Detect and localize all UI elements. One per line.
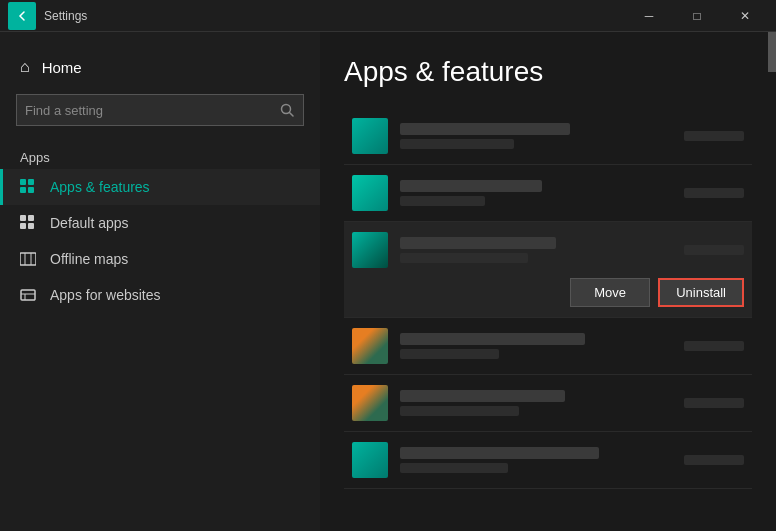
app-name [400,237,556,249]
sidebar-item-default-apps[interactable]: Default apps [0,205,320,241]
table-row[interactable] [344,165,752,222]
app-icon [352,328,388,364]
table-row[interactable] [344,318,752,375]
sidebar-item-home[interactable]: ⌂ Home [0,48,320,86]
default-apps-icon [20,215,36,231]
app-icon [352,175,388,211]
app-icon [352,232,388,268]
sidebar-item-default-apps-label: Default apps [50,215,129,231]
svg-rect-5 [28,187,34,193]
app-item-main [352,175,744,211]
sidebar-item-apps-features[interactable]: Apps & features [0,169,320,205]
offline-maps-icon [20,251,36,267]
svg-rect-4 [20,187,26,193]
back-button[interactable] [8,2,36,30]
app-detail [400,406,519,416]
app-icon [352,118,388,154]
sidebar-item-apps-websites-label: Apps for websites [50,287,161,303]
close-button[interactable]: ✕ [722,0,768,32]
app-list: Move Uninstall [344,108,752,489]
window-controls: ─ □ ✕ [626,0,768,32]
app-icon [352,385,388,421]
app-detail [400,463,508,473]
search-button[interactable] [271,94,303,126]
table-row[interactable] [344,375,752,432]
window-title: Settings [44,9,626,23]
apps-websites-icon [20,287,36,303]
app-item-main [352,232,744,268]
apps-features-icon [20,179,36,195]
svg-rect-6 [20,215,26,221]
sidebar-item-offline-maps[interactable]: Offline maps [0,241,320,277]
maximize-button[interactable]: □ [674,0,720,32]
app-name [400,333,585,345]
app-detail [400,196,485,206]
sidebar-section-label: Apps [0,142,320,169]
sidebar-item-apps-websites[interactable]: Apps for websites [0,277,320,313]
uninstall-button[interactable]: Uninstall [658,278,744,307]
app-item-main [352,328,744,364]
svg-rect-7 [28,215,34,221]
svg-rect-9 [28,223,34,229]
app-actions: Move Uninstall [352,268,744,317]
app-info [400,237,684,263]
svg-rect-13 [21,290,35,300]
search-input[interactable] [17,103,271,118]
title-bar: Settings ─ □ ✕ [0,0,776,32]
table-row[interactable] [344,432,752,489]
app-item-main [352,442,744,478]
search-container [0,86,320,142]
home-label: Home [42,59,82,76]
page-title: Apps & features [344,56,752,88]
sidebar-item-apps-features-label: Apps & features [50,179,150,195]
minimize-button[interactable]: ─ [626,0,672,32]
app-size [684,455,744,465]
app-item-main [352,118,744,154]
content-area: Apps & features [320,32,776,531]
svg-rect-8 [20,223,26,229]
app-name [400,180,542,192]
table-row[interactable] [344,108,752,165]
sidebar-item-offline-maps-label: Offline maps [50,251,128,267]
app-info [400,333,684,359]
app-name [400,390,565,402]
app-item-main [352,385,744,421]
scrollbar-track[interactable] [768,32,776,531]
app-size [684,188,744,198]
app-name [400,123,570,135]
move-button[interactable]: Move [570,278,650,307]
app-detail [400,139,514,149]
app-name [400,447,599,459]
app-size [684,398,744,408]
app-detail [400,253,528,263]
svg-line-1 [290,113,294,117]
app-info [400,390,684,416]
scrollbar-thumb[interactable] [768,32,776,72]
svg-rect-3 [28,179,34,185]
svg-rect-2 [20,179,26,185]
app-icon [352,442,388,478]
sidebar: ⌂ Home Apps Apps [0,32,320,531]
main-layout: ⌂ Home Apps Apps [0,32,776,531]
search-box [16,94,304,126]
app-size [684,341,744,351]
app-info [400,123,684,149]
table-row[interactable]: Move Uninstall [344,222,752,318]
app-info [400,180,684,206]
app-detail [400,349,499,359]
home-icon: ⌂ [20,58,30,76]
app-size [684,131,744,141]
svg-rect-10 [20,253,36,265]
app-size [684,245,744,255]
app-info [400,447,684,473]
